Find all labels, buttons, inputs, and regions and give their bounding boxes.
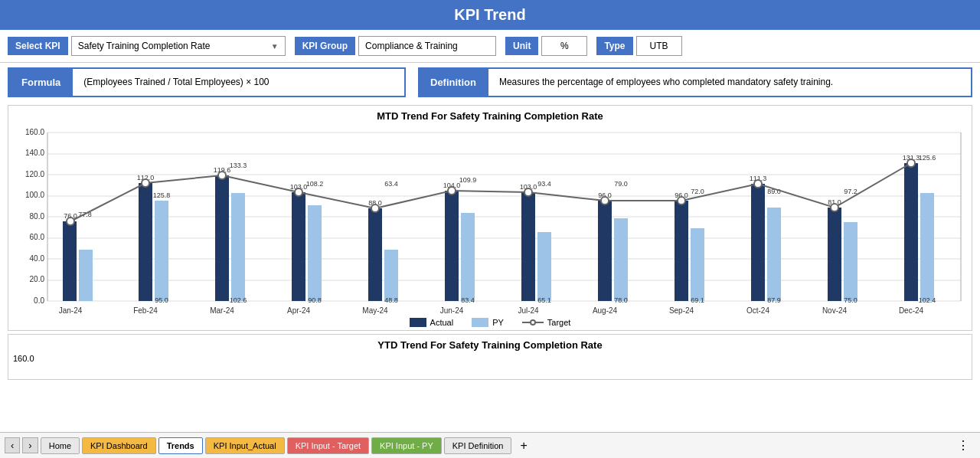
target-point-jul — [524, 188, 532, 196]
svg-text:72.0: 72.0 — [691, 188, 704, 195]
bar-aug-actual — [598, 201, 612, 301]
mtd-chart-svg: 0.0 20.0 40.0 60.0 80.0 100.0 120.0 140.… — [15, 125, 965, 316]
tab-home[interactable]: Home — [41, 437, 80, 454]
legend-target: Target — [522, 318, 571, 327]
legend-py-label: PY — [492, 318, 504, 327]
svg-text:0.0: 0.0 — [34, 296, 44, 305]
formula-text: (Employees Trained / Total Employees) × … — [73, 69, 279, 96]
svg-text:93.4: 93.4 — [537, 180, 551, 188]
bottom-tab-bar: ‹ › Home KPI Dashboard Trends KPI Input_… — [0, 432, 980, 458]
target-point-apr — [295, 188, 302, 196]
svg-text:Oct-24: Oct-24 — [746, 306, 769, 315]
tab-kpi-input-py-label: KPI Input - PY — [380, 441, 433, 450]
bar-sep-actual — [675, 201, 688, 301]
bar-feb-actual — [139, 183, 152, 301]
tab-kpi-dashboard[interactable]: KPI Dashboard — [82, 437, 156, 454]
target-point-dec — [907, 159, 915, 167]
type-value: UTB — [636, 36, 682, 56]
svg-text:160.0: 160.0 — [25, 128, 44, 136]
legend-py-box — [472, 318, 488, 327]
tab-prev-button[interactable]: ‹ — [5, 437, 20, 453]
svg-text:Mar-24: Mar-24 — [210, 306, 234, 315]
bar-aug-py — [614, 218, 628, 301]
legend-target-label: Target — [547, 318, 571, 327]
legend-py: PY — [472, 318, 504, 327]
info-row: Formula (Employees Trained / Total Emplo… — [0, 63, 980, 102]
tab-kpi-input-target[interactable]: KPI Input - Target — [287, 437, 369, 454]
svg-text:78.0: 78.0 — [614, 296, 628, 304]
svg-text:79.0: 79.0 — [614, 180, 628, 188]
kpi-value: Safety Training Completion Rate — [78, 41, 211, 51]
tab-home-label: Home — [49, 441, 71, 450]
tab-kpi-definition-label: KPI Definition — [452, 441, 504, 450]
tab-kpi-input-actual[interactable]: KPI Input_Actual — [205, 437, 285, 454]
svg-text:75.0: 75.0 — [844, 296, 858, 304]
tab-trends-label: Trends — [167, 441, 194, 450]
svg-text:102.6: 102.6 — [230, 296, 247, 304]
page-header: KPI Trend — [0, 0, 980, 30]
tab-kpi-input-py[interactable]: KPI Input - PY — [371, 437, 442, 454]
target-point-jun — [448, 187, 456, 195]
kpi-group-value: Compliance & Training — [358, 36, 496, 56]
svg-text:125.6: 125.6 — [919, 154, 936, 162]
svg-text:102.4: 102.4 — [919, 296, 936, 304]
bar-oct-py — [767, 208, 781, 301]
svg-text:Apr-24: Apr-24 — [287, 306, 310, 315]
svg-text:Jan-24: Jan-24 — [59, 306, 83, 315]
kpi-selector[interactable]: Safety Training Completion Rate ▼ — [71, 36, 286, 56]
mtd-chart-container: MTD Trend For Safety Training Completion… — [8, 105, 972, 331]
bar-nov-py — [844, 222, 858, 301]
svg-text:40.0: 40.0 — [30, 254, 45, 263]
tab-kpi-definition[interactable]: KPI Definition — [444, 437, 512, 454]
mtd-chart-title: MTD Trend For Safety Training Completion… — [13, 110, 967, 122]
bar-apr-actual — [292, 192, 305, 301]
bar-nov-actual — [828, 208, 841, 301]
bar-jul-actual — [521, 192, 535, 301]
svg-text:83.4: 83.4 — [461, 296, 475, 304]
svg-text:60.0: 60.0 — [30, 233, 45, 241]
svg-text:100.0: 100.0 — [25, 191, 44, 199]
bar-oct-actual — [751, 184, 765, 301]
tab-next-button[interactable]: › — [22, 437, 38, 453]
tab-kpi-dashboard-label: KPI Dashboard — [90, 441, 148, 450]
svg-text:Aug-24: Aug-24 — [593, 306, 618, 315]
select-kpi-label: Select KPI — [8, 37, 68, 55]
target-point-nov — [831, 204, 838, 211]
legend-actual-box — [410, 318, 426, 327]
svg-text:133.3: 133.3 — [230, 162, 247, 169]
svg-text:Jul-24: Jul-24 — [518, 306, 539, 315]
legend-actual: Actual — [410, 318, 454, 327]
chart-legend: Actual PY Target — [13, 318, 967, 327]
bar-jun-py — [461, 213, 475, 301]
svg-text:120.0: 120.0 — [25, 170, 44, 178]
tab-trends[interactable]: Trends — [158, 437, 203, 454]
kpi-dropdown-arrow[interactable]: ▼ — [271, 42, 279, 51]
svg-text:Nov-24: Nov-24 — [822, 306, 848, 315]
tab-add-button[interactable]: + — [514, 437, 533, 454]
svg-text:Sep-24: Sep-24 — [669, 306, 694, 315]
page-title: KPI Trend — [454, 6, 525, 23]
definition-text: Measures the percentage of employees who… — [488, 69, 844, 96]
svg-text:Feb-24: Feb-24 — [133, 306, 158, 315]
bar-jan-actual — [63, 221, 77, 301]
target-point-oct — [754, 180, 762, 188]
svg-text:Dec-24: Dec-24 — [899, 306, 924, 315]
bar-mar-actual — [215, 175, 229, 301]
target-line — [70, 163, 911, 221]
target-point-aug — [601, 197, 609, 204]
ytd-y-label: 160.0 — [13, 351, 967, 363]
bar-may-py — [384, 250, 398, 301]
tab-menu-button[interactable]: ⋮ — [951, 437, 975, 454]
bar-sep-py — [691, 228, 704, 301]
svg-text:125.8: 125.8 — [153, 191, 171, 199]
bar-jan-py — [79, 250, 93, 301]
bar-may-actual — [368, 208, 382, 301]
legend-actual-label: Actual — [430, 318, 454, 327]
svg-text:80.0: 80.0 — [30, 212, 45, 221]
target-point-may — [371, 204, 379, 212]
target-point-jan — [67, 218, 74, 225]
svg-text:Jun-24: Jun-24 — [440, 306, 464, 315]
svg-text:20.0: 20.0 — [30, 275, 45, 283]
svg-text:140.0: 140.0 — [25, 149, 44, 157]
target-point-feb — [142, 179, 149, 187]
